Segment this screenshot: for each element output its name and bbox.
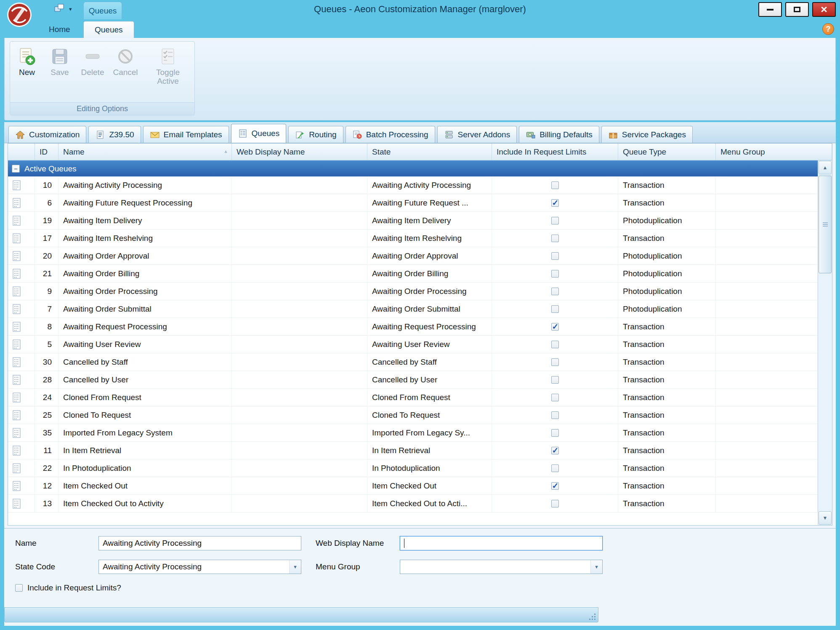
- cell-state: Awaiting Request Processing: [367, 318, 492, 335]
- state-code-dropdown[interactable]: Awaiting Activity Processing ▼: [98, 560, 301, 574]
- table-row[interactable]: 30 Cancelled by Staff Cancelled by Staff…: [8, 353, 818, 371]
- new-button[interactable]: New: [12, 45, 42, 79]
- queue-record-icon: [13, 357, 22, 367]
- table-row[interactable]: 35 Imported From Legacy System Imported …: [8, 424, 818, 442]
- table-row[interactable]: 22 In Photoduplication In Photoduplicati…: [8, 459, 818, 477]
- include-checkbox[interactable]: [551, 182, 559, 189]
- tab-email-templates[interactable]: Email Templates: [143, 126, 229, 143]
- form-include-checkbox[interactable]: [15, 584, 23, 592]
- include-checkbox[interactable]: [551, 270, 559, 278]
- help-icon[interactable]: ?: [822, 23, 834, 35]
- column-header-web-display-name[interactable]: Web Display Name: [232, 144, 367, 160]
- cell-queue-type: Photoduplication: [618, 247, 716, 264]
- include-checkbox[interactable]: [551, 464, 559, 472]
- table-row[interactable]: 12 Item Checked Out Item Checked Out Tra…: [8, 477, 818, 495]
- close-button[interactable]: ✕: [812, 2, 836, 17]
- tab-batch-processing[interactable]: Batch Processing: [346, 126, 435, 143]
- table-row[interactable]: 25 Cloned To Request Cloned To Request T…: [8, 406, 818, 424]
- vertical-scrollbar[interactable]: ▲ ▼: [818, 160, 832, 525]
- tab-z3950[interactable]: Z39.50: [88, 126, 141, 143]
- cell-menu-group: [716, 477, 818, 494]
- chevron-down-icon[interactable]: ▼: [590, 560, 602, 574]
- ribbon-tab-queues[interactable]: Queues: [83, 21, 134, 38]
- include-checkbox[interactable]: [551, 235, 559, 242]
- column-header-id[interactable]: ID: [35, 144, 58, 160]
- ribbon-tab-home[interactable]: Home: [38, 21, 81, 38]
- table-row[interactable]: 11 In Item Retrieval In Item Retrieval T…: [8, 442, 818, 459]
- row-icon-cell: [8, 459, 35, 477]
- chevron-down-icon[interactable]: ▼: [289, 560, 301, 574]
- maximize-button[interactable]: [785, 2, 809, 17]
- column-header-icon[interactable]: [8, 144, 35, 160]
- column-header-include-in-request-limits[interactable]: Include In Request Limits: [492, 144, 618, 160]
- group-row-active-queues[interactable]: − Active Queues: [8, 160, 818, 176]
- tab-customization[interactable]: Customization: [8, 126, 86, 143]
- cell-state: Item Checked Out: [367, 477, 492, 494]
- table-row[interactable]: 13 Item Checked Out to Activity Item Che…: [8, 495, 818, 513]
- table-row[interactable]: 10 Awaiting Activity Processing Awaiting…: [8, 176, 818, 194]
- queue-record-icon: [13, 286, 22, 296]
- tab-service-packages[interactable]: Service Packages: [601, 126, 693, 143]
- table-row[interactable]: 9 Awaiting Order Processing Awaiting Ord…: [8, 283, 818, 300]
- tab-routing[interactable]: Routing: [288, 126, 343, 143]
- tab-billing-defaults[interactable]: Billing Defaults: [519, 126, 599, 143]
- scroll-down-icon[interactable]: ▼: [819, 511, 832, 525]
- queue-record-icon: [13, 198, 22, 208]
- web-display-name-field[interactable]: [400, 536, 603, 550]
- cell-queue-type: Transaction: [618, 459, 716, 477]
- include-checkbox[interactable]: [551, 341, 559, 348]
- include-checkbox[interactable]: [551, 217, 559, 224]
- cell-include-in-request-limits: [492, 176, 618, 194]
- minimize-button[interactable]: [758, 2, 782, 17]
- table-row[interactable]: 17 Awaiting Item Reshelving Awaiting Ite…: [8, 230, 818, 247]
- toggle-active-button[interactable]: Toggle Active: [143, 45, 193, 88]
- table-row[interactable]: 5 Awaiting User Review Awaiting User Rev…: [8, 336, 818, 353]
- column-header-menu-group[interactable]: Menu Group: [716, 144, 832, 160]
- contextual-tab-header[interactable]: Queues: [83, 2, 122, 19]
- include-checkbox[interactable]: [551, 376, 559, 384]
- include-checkbox[interactable]: [551, 411, 559, 419]
- save-icon: [50, 47, 69, 66]
- column-header-state[interactable]: State: [367, 144, 492, 160]
- include-checkbox[interactable]: [551, 447, 559, 454]
- include-checkbox[interactable]: [551, 288, 559, 295]
- column-header-queue-type[interactable]: Queue Type: [618, 144, 716, 160]
- cancel-icon: [116, 47, 135, 66]
- include-checkbox[interactable]: [551, 358, 559, 366]
- qat-dropdown-icon[interactable]: ▾: [69, 6, 72, 12]
- collapse-icon[interactable]: −: [12, 165, 20, 173]
- tab-queues[interactable]: Queues: [231, 124, 287, 143]
- include-checkbox[interactable]: [551, 429, 559, 437]
- qat-switch-window-icon[interactable]: [54, 3, 65, 15]
- titlebar[interactable]: ▾ Queues Queues - Aeon Customization Man…: [0, 0, 840, 19]
- table-row[interactable]: 7 Awaiting Order Submittal Awaiting Orde…: [8, 300, 818, 318]
- table-row[interactable]: 8 Awaiting Request Processing Awaiting R…: [8, 318, 818, 336]
- menu-group-dropdown[interactable]: ▼: [400, 560, 603, 574]
- delete-button[interactable]: Delete: [77, 45, 108, 79]
- cell-name: Awaiting User Review: [58, 336, 232, 353]
- include-checkbox[interactable]: [551, 500, 559, 507]
- include-checkbox[interactable]: [551, 252, 559, 260]
- column-header-name[interactable]: Name ▲: [58, 144, 232, 160]
- include-checkbox[interactable]: [551, 482, 559, 490]
- resize-grip-icon[interactable]: [589, 613, 595, 620]
- scroll-up-icon[interactable]: ▲: [819, 161, 832, 174]
- table-row[interactable]: 21 Awaiting Order Billing Awaiting Order…: [8, 265, 818, 283]
- table-row[interactable]: 6 Awaiting Future Request Processing Awa…: [8, 194, 818, 212]
- save-button[interactable]: Save: [45, 45, 75, 79]
- include-checkbox[interactable]: [551, 394, 559, 401]
- cell-queue-type: Photoduplication: [618, 265, 716, 282]
- tab-server-addons[interactable]: Server Addons: [437, 126, 517, 143]
- table-row[interactable]: 19 Awaiting Item Delivery Awaiting Item …: [8, 212, 818, 230]
- cancel-button[interactable]: Cancel: [110, 45, 141, 79]
- table-row[interactable]: 28 Cancelled by User Cancelled by User T…: [8, 371, 818, 389]
- include-checkbox[interactable]: [551, 323, 559, 331]
- include-checkbox[interactable]: [551, 199, 559, 207]
- table-row[interactable]: 20 Awaiting Order Approval Awaiting Orde…: [8, 247, 818, 265]
- table-row[interactable]: 24 Cloned From Request Cloned From Reque…: [8, 389, 818, 406]
- app-logo-icon[interactable]: [7, 2, 32, 27]
- name-field[interactable]: [98, 536, 301, 550]
- row-icon-cell: [8, 300, 35, 318]
- scrollbar-thumb[interactable]: [819, 176, 832, 273]
- include-checkbox[interactable]: [551, 305, 559, 313]
